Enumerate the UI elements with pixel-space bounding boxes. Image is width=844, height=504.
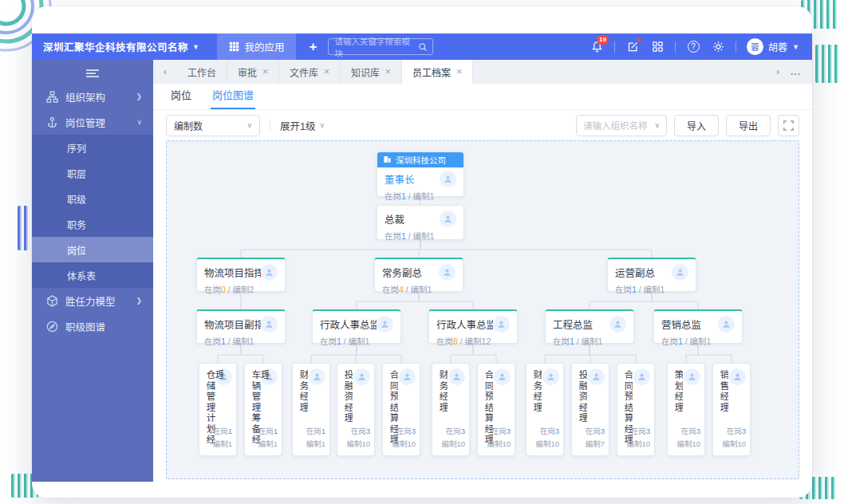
- apps-grid-button[interactable]: [650, 40, 665, 54]
- node-title: 行政人事总监: [436, 317, 493, 332]
- toolbar-right: 请输入组织名称 ∨ 导入 导出: [576, 115, 799, 136]
- org-node-xz2[interactable]: 行政人事总监在岗8 / 编制12: [428, 309, 518, 344]
- org-node-company[interactable]: 深圳科技公司董事长在岗1 / 编制1: [377, 152, 464, 197]
- org-node-n12[interactable]: 销售经理在岗3编制10: [712, 363, 751, 456]
- node-body: 行政人事总监在岗8 / 编制12: [429, 311, 517, 352]
- module-search-input[interactable]: 请输入关键字搜索模块: [328, 38, 433, 55]
- org-node-zongcai[interactable]: 总裁在岗1 / 编制1: [377, 205, 464, 240]
- org-node-n1[interactable]: 仓储管理计划经理在岗1编制1: [199, 363, 237, 456]
- add-tab-button[interactable]: +: [309, 39, 317, 55]
- quota-count: 1: [707, 337, 712, 346]
- metric-select[interactable]: 编制数 ∨: [166, 115, 260, 136]
- node-counts: 在岗3编制10: [722, 425, 746, 451]
- on-post-count: 3: [646, 427, 650, 435]
- compose-button[interactable]: [625, 40, 640, 54]
- node-title: 工程总监: [553, 317, 593, 332]
- org-node-wuliufu[interactable]: 物流项目副指挥...在岗1 / 编制1: [196, 309, 286, 344]
- my-apps-button[interactable]: 我的应用: [217, 33, 296, 60]
- separator: /: [226, 285, 233, 294]
- tabs-scroll-left-button[interactable]: ‹: [153, 60, 177, 84]
- sidebar-item-post-management[interactable]: 岗位管理∨: [32, 109, 153, 135]
- org-name-search-input[interactable]: 请输入组织名称 ∨: [576, 115, 667, 136]
- divider: [270, 120, 270, 132]
- org-node-n11[interactable]: 策划经理在岗3编制10: [667, 363, 705, 456]
- expand-level-control[interactable]: 展开1级 ∨: [280, 118, 325, 133]
- org-node-n7[interactable]: 合同预结算经理在岗3编制10: [477, 363, 515, 456]
- settings-button[interactable]: [711, 40, 725, 54]
- chevron-down-icon: ∨: [654, 121, 660, 129]
- sidebar-item-system-table[interactable]: 体系表: [32, 262, 153, 288]
- org-node-changwu[interactable]: 常务副总在岗4 / 编制1: [374, 258, 463, 292]
- workspace-tab-员工档案[interactable]: 员工档案×: [402, 60, 473, 84]
- apps-grid-icon: [652, 41, 664, 53]
- org-node-gc[interactable]: 工程总监在岗1 / 编制1: [545, 309, 634, 344]
- person-icon: [399, 368, 416, 385]
- on-post-label: 在岗: [204, 285, 221, 294]
- tabs-scroll-right-button[interactable]: ›: [776, 66, 779, 77]
- panel-tab-岗位图谱[interactable]: 岗位图谱: [212, 87, 254, 109]
- org-node-n10[interactable]: 合同预结算经理在岗3编制10: [617, 363, 655, 456]
- company-selector[interactable]: 深圳汇聚华企科技有限公司名称 ▼: [43, 39, 199, 54]
- fullscreen-button[interactable]: [778, 115, 799, 136]
- close-icon[interactable]: ×: [456, 66, 462, 77]
- org-node-n5[interactable]: 合同预结算经理在岗3编制10: [382, 363, 420, 456]
- close-icon[interactable]: ×: [385, 66, 391, 77]
- node-title: 投融资经理: [343, 370, 353, 424]
- divider: [736, 41, 736, 53]
- notifications-button[interactable]: 19: [590, 40, 604, 54]
- on-post-label: 在岗: [382, 285, 399, 294]
- node-body: 总裁在岗1 / 编制1: [377, 206, 463, 246]
- org-node-n3[interactable]: 财务经理在岗1编制1: [292, 363, 330, 456]
- org-node-yx[interactable]: 营销总监在岗1 / 编制1: [653, 309, 743, 344]
- sidebar-item-grade-map[interactable]: 职级图谱: [32, 313, 153, 339]
- on-post-label: 在岗: [681, 427, 696, 435]
- close-icon[interactable]: ×: [324, 66, 329, 77]
- tabbar-right: › ...: [776, 60, 812, 84]
- quota-label: 编制: [465, 337, 482, 346]
- sidebar-item-post[interactable]: 岗位: [32, 237, 153, 262]
- sidebar-item-label: 职级: [67, 192, 142, 206]
- workspace-tab-审批[interactable]: 审批×: [227, 60, 279, 84]
- sidebar-item-job-layer[interactable]: 职层: [32, 160, 153, 186]
- user-menu[interactable]: 蓉 胡蓉 ▼: [747, 38, 799, 55]
- node-title: 投融资经理: [578, 370, 587, 424]
- sidebar-item-competency-model[interactable]: 胜任力模型❯: [32, 288, 153, 313]
- sidebar-item-org-structure[interactable]: 组织架构❯: [32, 84, 153, 109]
- org-chart-canvas[interactable]: 深圳科技公司董事长在岗1 / 编制1总裁在岗1 / 编制1物流项目指挥在岗0 /…: [166, 140, 799, 479]
- export-button[interactable]: 导出: [726, 115, 771, 136]
- compose-reddot: [637, 38, 641, 42]
- tab-label: 工作台: [187, 65, 216, 79]
- import-button[interactable]: 导入: [674, 115, 719, 136]
- tabs-more-button[interactable]: ...: [791, 66, 801, 77]
- node-body: 物流项目指挥在岗0 / 编制2: [197, 259, 285, 300]
- workspace-tab-知识库[interactable]: 知识库×: [341, 60, 402, 84]
- node-counts: 在岗1编制1: [258, 425, 278, 451]
- on-post-label: 在岗: [306, 427, 321, 435]
- quota-label: 编制: [441, 439, 456, 448]
- sidebar-item-sequence[interactable]: 序列: [32, 135, 153, 160]
- node-body: 运营副总在岗1 / 编制1: [608, 259, 696, 300]
- org-icon: [46, 91, 58, 103]
- org-node-xz1[interactable]: 行政人事总监在岗1 / 编制1: [312, 309, 401, 344]
- workspace-tab-文件库[interactable]: 文件库×: [279, 60, 341, 84]
- node-title: 董事长: [385, 171, 415, 187]
- sidebar-item-job-duty[interactable]: 职务: [32, 211, 153, 237]
- on-post-label: 在岗: [540, 427, 555, 435]
- quota-label: 编制: [676, 439, 692, 448]
- org-node-wuliu[interactable]: 物流项目指挥在岗0 / 编制2: [196, 258, 286, 292]
- help-button[interactable]: ?: [686, 40, 700, 54]
- org-node-n8[interactable]: 财务经理在岗3编制10: [526, 363, 564, 456]
- org-node-yunying[interactable]: 运营副总在岗1 / 编制1: [607, 258, 696, 292]
- workspace-tab-工作台[interactable]: 工作台: [177, 60, 227, 84]
- org-node-n2[interactable]: 车辆管理筹备经理在岗1编制1: [244, 363, 282, 456]
- sidebar-collapse-button[interactable]: [32, 63, 153, 84]
- org-node-n9[interactable]: 投融资经理在岗3编制7: [571, 363, 609, 456]
- sidebar-item-job-grade[interactable]: 职级: [32, 186, 153, 211]
- sidebar-item-label: 胜任力模型: [65, 293, 136, 309]
- node-title: 运营副总: [615, 265, 655, 280]
- org-node-n4[interactable]: 投融资经理在岗3编制10: [337, 363, 375, 456]
- org-node-n6[interactable]: 财务经理在岗3编制10: [432, 363, 470, 456]
- page: 深圳汇聚华企科技有限公司名称 ▼ 我的应用 + 请输入关键字搜索模块: [0, 0, 844, 504]
- close-icon[interactable]: ×: [262, 66, 268, 77]
- panel-tab-岗位[interactable]: 岗位: [171, 87, 191, 109]
